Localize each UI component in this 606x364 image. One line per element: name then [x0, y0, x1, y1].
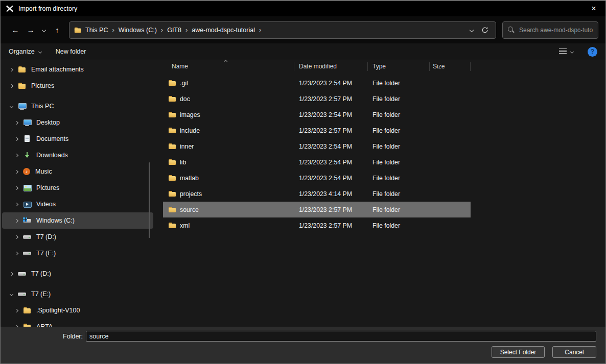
chevron-right-icon[interactable]	[15, 308, 18, 312]
chevron-down-icon[interactable]	[10, 292, 13, 296]
file-row[interactable]: inner 1/23/2023 2:54 PM File folder	[163, 138, 471, 154]
chevron-right-icon[interactable]	[15, 325, 18, 327]
sidebar-item-label: Music	[35, 168, 52, 175]
content-area: Email attachments Pictures This PC Deskt…	[1, 60, 605, 327]
file-row[interactable]: include 1/23/2023 2:57 PM File folder	[163, 123, 471, 138]
forward-button[interactable]: →	[23, 22, 38, 38]
file-row[interactable]: projects 1/23/2023 4:14 PM File folder	[163, 186, 471, 202]
column-header-label: Type	[372, 63, 386, 70]
folder-icon	[168, 190, 176, 198]
folder-icon	[18, 65, 26, 74]
help-button[interactable]: ?	[588, 47, 597, 57]
organize-label: Organize	[9, 48, 35, 55]
sidebar-item-pictures[interactable]: Pictures	[2, 78, 153, 94]
sidebar-item-t7-d[interactable]: T7 (D:)	[2, 229, 153, 245]
sidebar-item-t7-d-root[interactable]: T7 (D:)	[2, 265, 153, 282]
sidebar-item-arta[interactable]: ARTA	[2, 319, 153, 327]
sidebar-item-documents[interactable]: Documents	[2, 131, 153, 147]
file-row[interactable]: doc 1/23/2023 2:57 PM File folder	[163, 91, 471, 107]
this-pc-icon	[18, 102, 26, 110]
cancel-button[interactable]: Cancel	[552, 346, 596, 358]
chevron-right-icon[interactable]	[15, 169, 18, 173]
sidebar-item-label: Windows (C:)	[36, 217, 75, 224]
address-dropdown-chevron[interactable]	[465, 22, 478, 38]
file-date: 1/23/2023 2:54 PM	[294, 175, 368, 182]
file-row-selected[interactable]: source 1/23/2023 2:57 PM File folder	[163, 202, 471, 217]
organize-button[interactable]: Organize	[9, 48, 41, 55]
chevron-right-icon[interactable]	[15, 235, 18, 238]
folder-icon	[168, 127, 176, 135]
column-header-size[interactable]: Size	[430, 62, 471, 71]
column-header-type[interactable]: Type	[368, 62, 430, 71]
import-from-directory-dialog: Import from directory × ← → ↑ This PC › …	[0, 0, 606, 364]
breadcrumb-item-git8[interactable]: GIT8	[164, 27, 185, 34]
drive-icon	[18, 270, 26, 278]
chevron-right-icon[interactable]	[15, 251, 18, 255]
file-type: File folder	[368, 190, 430, 198]
folder-icon	[168, 142, 176, 151]
chevron-right-icon[interactable]	[15, 186, 18, 189]
file-date: 1/23/2023 2:57 PM	[294, 127, 368, 134]
file-date: 1/23/2023 2:57 PM	[294, 222, 368, 229]
view-button[interactable]	[559, 48, 573, 55]
back-button[interactable]: ←	[8, 22, 23, 38]
file-type: File folder	[368, 127, 430, 134]
folder-input[interactable]	[86, 331, 596, 342]
file-row[interactable]: xml 1/23/2023 2:57 PM File folder	[163, 217, 471, 233]
search-input[interactable]	[519, 27, 593, 34]
file-row[interactable]: matlab 1/23/2023 2:54 PM File folder	[163, 170, 471, 186]
sort-ascending-icon	[224, 59, 227, 63]
file-row[interactable]: images 1/23/2023 2:54 PM File folder	[163, 107, 471, 123]
breadcrumb-item-windows-c[interactable]: Windows (C:)	[115, 27, 160, 34]
search-icon	[508, 27, 515, 33]
desktop-icon	[23, 118, 31, 127]
sidebar-item-videos[interactable]: Videos	[2, 196, 153, 212]
sidebar-item-email-attachments[interactable]: Email attachments	[2, 61, 153, 78]
file-row[interactable]: lib 1/23/2023 2:54 PM File folder	[163, 154, 471, 170]
sidebar-item-this-pc[interactable]: This PC	[2, 98, 153, 114]
sidebar-item-label: Videos	[36, 201, 56, 208]
chevron-right-icon[interactable]	[10, 67, 13, 71]
sidebar-item-music[interactable]: Music	[2, 163, 153, 180]
column-header-name[interactable]: Name	[163, 62, 294, 71]
sidebar-item-desktop[interactable]: Desktop	[2, 114, 153, 131]
chevron-right-icon[interactable]	[15, 202, 18, 206]
file-list: Name Date modified Type Size .git 1/23/2…	[155, 60, 605, 327]
folder-icon	[168, 111, 176, 119]
chevron-right-icon[interactable]	[10, 272, 13, 275]
folder-icon	[168, 158, 176, 166]
chevron-right-icon[interactable]	[15, 153, 18, 157]
close-button[interactable]: ×	[582, 1, 605, 16]
column-header-label: Size	[433, 63, 445, 70]
sidebar-scrollbar-thumb[interactable]	[149, 162, 150, 238]
chevron-right-icon[interactable]	[10, 84, 13, 87]
chevron-down-icon[interactable]	[10, 104, 13, 108]
sidebar-item-downloads[interactable]: Downloads	[2, 147, 153, 163]
refresh-icon	[481, 27, 488, 34]
new-folder-button[interactable]: New folder	[56, 48, 86, 55]
file-row[interactable]: .git 1/23/2023 2:54 PM File folder	[163, 75, 471, 91]
sidebar-item-t7-e-root[interactable]: T7 (E:)	[2, 286, 153, 302]
chevron-down-icon	[470, 28, 474, 32]
breadcrumb-item-this-pc[interactable]: This PC	[82, 27, 111, 34]
chevron-down-icon	[570, 50, 574, 53]
windows-drive-icon	[23, 216, 31, 225]
chevron-right-icon[interactable]	[15, 219, 18, 222]
sidebar-item-pictures[interactable]: Pictures	[2, 180, 153, 196]
chevron-right-icon[interactable]	[15, 120, 18, 124]
select-folder-button[interactable]: Select Folder	[492, 346, 545, 358]
file-name: source	[180, 206, 199, 213]
sidebar-item-windows-c[interactable]: Windows (C:)	[2, 212, 153, 229]
recent-locations-chevron[interactable]	[38, 22, 50, 38]
breadcrumb-item-awe-mod-dspc-tutorial[interactable]: awe-mod-dspc-tutorial	[188, 27, 259, 34]
folder-icon	[168, 206, 176, 214]
chevron-right-icon[interactable]	[15, 137, 18, 140]
up-button[interactable]: ↑	[50, 22, 65, 38]
column-header-date-modified[interactable]: Date modified	[294, 62, 368, 71]
sidebar-item-spotlight-v100[interactable]: .Spotlight-V100	[2, 302, 153, 319]
folder-icon	[168, 95, 176, 103]
folder-icon	[23, 323, 31, 327]
address-bar[interactable]: This PC › Windows (C:) › GIT8 › awe-mod-…	[69, 21, 496, 39]
sidebar-item-t7-e[interactable]: T7 (E:)	[2, 245, 153, 261]
refresh-button[interactable]	[478, 22, 492, 38]
